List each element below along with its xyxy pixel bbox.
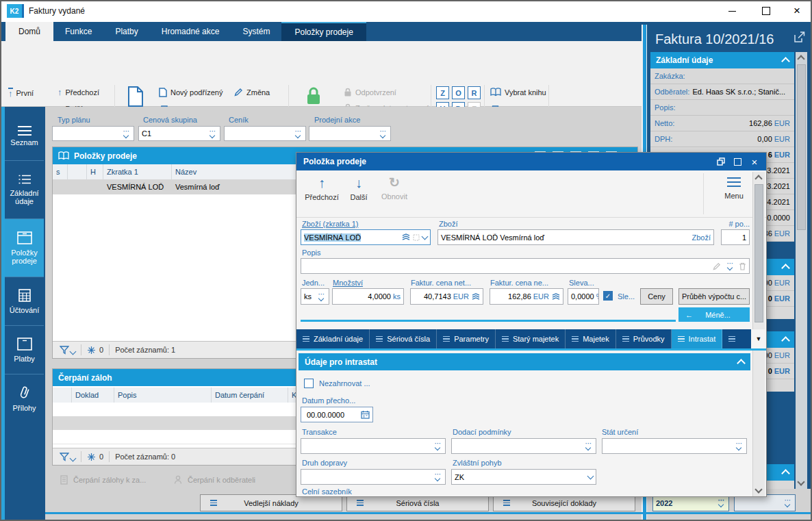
tab-polozky-prodeje[interactable]: Položky prodeje bbox=[281, 22, 366, 41]
filter-funnel-icon[interactable] bbox=[60, 453, 69, 461]
freeze-icon[interactable] bbox=[87, 453, 96, 461]
col-header-doklad[interactable]: Doklad bbox=[72, 387, 114, 403]
druh-dopravy-dropdown[interactable] bbox=[301, 469, 446, 485]
stock-layers-icon[interactable] bbox=[552, 293, 560, 301]
cena-netto-celkem-field[interactable]: 162,86EUR bbox=[490, 288, 563, 305]
stat-urceni-dropdown[interactable] bbox=[602, 438, 747, 454]
tab-zakladni-udaje[interactable]: Základní údaje bbox=[296, 329, 370, 348]
sleva-field[interactable]: 0,0000% bbox=[568, 288, 599, 305]
dropdown-icon[interactable] bbox=[207, 130, 217, 138]
filter-cenik-dropdown[interactable] bbox=[224, 126, 306, 141]
dialog-scrollbar-bottom[interactable] bbox=[752, 351, 765, 496]
dialog-dock-button[interactable] bbox=[713, 157, 729, 166]
stock-layers-icon[interactable] bbox=[402, 233, 410, 241]
dropdown-icon[interactable] bbox=[433, 442, 442, 450]
col-header-s[interactable]: s bbox=[53, 164, 68, 179]
zvlastni-pohyb-dropdown[interactable]: ZK bbox=[451, 469, 596, 485]
sidebar-item-zakladni-udaje[interactable]: Základní údaje bbox=[5, 161, 44, 219]
sidebar-item-prilohy[interactable]: Přílohy bbox=[5, 374, 44, 422]
tab-stary-majetek[interactable]: Starý majetek bbox=[496, 329, 566, 348]
tab-hromadne-akce[interactable]: Hromadné akce bbox=[150, 22, 231, 41]
scroll-down-icon[interactable] bbox=[797, 478, 804, 485]
chevron-down-icon[interactable] bbox=[70, 455, 77, 462]
scroll-up-icon[interactable] bbox=[754, 175, 762, 182]
jump-r-button[interactable]: R bbox=[468, 86, 481, 99]
chevron-up-icon[interactable] bbox=[781, 57, 790, 66]
tab-funkce[interactable]: Funkce bbox=[53, 22, 103, 41]
scrollbar-thumb[interactable] bbox=[754, 184, 763, 322]
chevron-down-icon[interactable] bbox=[70, 348, 77, 355]
dialog-menu-button[interactable]: Menu bbox=[711, 177, 757, 200]
stock-layers-icon[interactable] bbox=[472, 293, 480, 301]
advance-to-customer-link[interactable]: Čerpání k odběrateli bbox=[174, 475, 255, 485]
col-header-zkratka[interactable]: Zkratka 1 bbox=[103, 164, 172, 179]
dropdown-icon[interactable] bbox=[716, 499, 726, 507]
mnozstvi-field[interactable]: 4,0000ks bbox=[332, 288, 404, 305]
dialog-maximize-button[interactable] bbox=[729, 158, 746, 166]
dropdown-icon[interactable] bbox=[121, 130, 131, 138]
dropdown-icon[interactable] bbox=[293, 130, 303, 138]
ribbon-select-book-button[interactable]: Vybrat knihu bbox=[490, 88, 546, 97]
col-header-datum[interactable]: Datum čerpání bbox=[212, 387, 288, 403]
sidebar-item-uctovani[interactable]: Účtování bbox=[5, 277, 44, 326]
scroll-down-icon[interactable] bbox=[754, 485, 762, 493]
transakce-dropdown[interactable] bbox=[301, 438, 446, 454]
dialog-scrollbar-top[interactable] bbox=[752, 172, 765, 329]
ribbon-new-child-button[interactable]: Nový podřízený bbox=[159, 88, 223, 97]
dialog-title-bar[interactable]: Položka prodeje × bbox=[296, 153, 766, 170]
mene-button[interactable]: ←Méně... bbox=[678, 307, 750, 322]
section-header-zakladni-udaje[interactable]: Základní údaje bbox=[650, 52, 794, 68]
dodaci-dropdown[interactable] bbox=[451, 438, 596, 454]
dropdown-icon[interactable] bbox=[725, 262, 735, 270]
dialog-next-button[interactable]: ↓Další bbox=[344, 176, 373, 201]
jednotka-dropdown[interactable]: ks bbox=[301, 288, 329, 305]
col-header-h[interactable]: H bbox=[87, 164, 103, 179]
dropdown-icon[interactable] bbox=[583, 442, 593, 450]
tab-platby[interactable]: Platby bbox=[103, 22, 149, 41]
filter-funnel-icon[interactable] bbox=[60, 346, 69, 355]
tab-pruvodky[interactable]: Průvodky bbox=[616, 329, 672, 348]
tab-overflow-button[interactable]: ▼ bbox=[752, 329, 765, 348]
tab-intrastat[interactable]: Intrastat bbox=[672, 329, 723, 348]
popis-field[interactable] bbox=[301, 258, 750, 274]
close-button[interactable]: × bbox=[782, 0, 812, 22]
minimize-button[interactable] bbox=[716, 0, 748, 22]
chevron-up-icon[interactable] bbox=[737, 359, 746, 368]
col-header-blank[interactable] bbox=[53, 387, 72, 403]
calendar-icon[interactable] bbox=[361, 410, 370, 419]
col-header-popis[interactable]: Popis bbox=[114, 387, 212, 403]
freeze-icon[interactable] bbox=[87, 346, 96, 355]
prubeh-vypoctu-button[interactable]: Průběh výpočtu c... bbox=[678, 288, 750, 305]
poradi-field[interactable]: 1 bbox=[721, 229, 750, 245]
sidebar-item-platby[interactable]: Platby bbox=[5, 326, 44, 374]
dropdown-icon[interactable] bbox=[378, 130, 388, 138]
tab-domu[interactable]: Domů bbox=[5, 22, 53, 41]
jump-o-button[interactable]: O bbox=[452, 86, 465, 99]
dropdown-icon[interactable] bbox=[316, 293, 326, 301]
maximize-button[interactable] bbox=[750, 0, 782, 22]
cena-netto-field[interactable]: 40,7143EUR bbox=[410, 288, 483, 305]
right-panel-scrollbar[interactable] bbox=[796, 52, 807, 489]
sleva-checkbox[interactable]: ✓ bbox=[603, 291, 613, 301]
dialog-refresh-button[interactable]: ↻Obnovit bbox=[376, 176, 413, 201]
dialog-prev-button[interactable]: ↑Předchozí bbox=[302, 176, 342, 201]
scroll-up-icon[interactable] bbox=[797, 55, 804, 62]
datum-field[interactable]: 00.00.0000 bbox=[301, 407, 373, 422]
dropdown-icon[interactable] bbox=[783, 499, 792, 507]
nezahrnovat-checkbox[interactable] bbox=[304, 379, 314, 388]
col-header-blank[interactable] bbox=[68, 164, 87, 179]
tab-seriova-cisla[interactable]: Sériová čísla bbox=[370, 329, 437, 348]
sidebar-item-seznam[interactable]: Seznam bbox=[5, 112, 44, 161]
tab-overflow-stub[interactable] bbox=[722, 329, 741, 348]
advance-to-order-link[interactable]: Čerpání zálohy k za... bbox=[60, 475, 146, 485]
sidebar-item-polozky-prodeje[interactable]: Položky prodeje bbox=[5, 219, 44, 277]
open-external-button[interactable] bbox=[794, 31, 805, 42]
filter-prodejni-akce-dropdown[interactable] bbox=[309, 126, 391, 141]
chevron-up-icon[interactable] bbox=[781, 469, 790, 478]
intrastat-section-header[interactable]: Údaje pro intrastat bbox=[299, 353, 750, 370]
ribbon-unconfirm-button[interactable]: Odpotvrzení bbox=[344, 88, 396, 97]
tab-parametry[interactable]: Parametry bbox=[437, 329, 496, 348]
chevron-up-icon[interactable] bbox=[781, 264, 790, 272]
ceny-button[interactable]: Ceny bbox=[640, 288, 673, 305]
scrollbar-thumb[interactable] bbox=[797, 64, 806, 230]
